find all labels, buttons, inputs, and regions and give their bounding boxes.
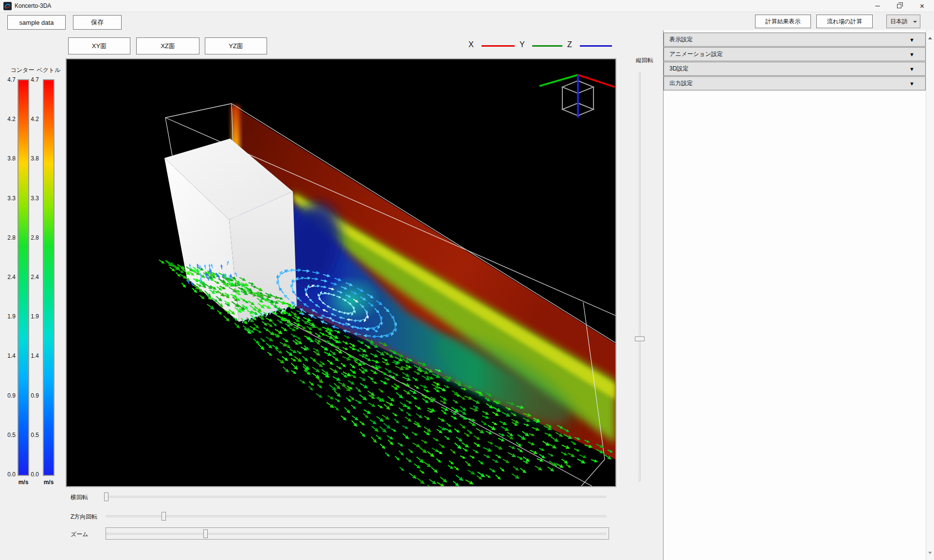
vector-tick: 3.3 <box>23 195 39 202</box>
vector-colorbar <box>43 79 54 476</box>
vector-colorbar-title: ベクトル <box>33 66 64 74</box>
zoom-slider[interactable] <box>106 533 606 535</box>
chevron-down-icon <box>913 21 917 25</box>
zoom-thumb[interactable] <box>203 529 208 538</box>
vertical-rotation-thumb[interactable] <box>635 336 645 341</box>
chevron-down-icon: ▼ <box>909 66 915 72</box>
contour-tick: 3.3 <box>0 195 16 202</box>
accordion-label: 出力設定 <box>669 79 693 88</box>
restore-button[interactable] <box>888 0 910 12</box>
gizmo-x-axis <box>578 75 615 87</box>
vector-tick: 4.7 <box>23 76 39 83</box>
minimize-button[interactable] <box>866 0 888 12</box>
language-value: 日本語 <box>890 18 908 26</box>
vector-tick: 0.0 <box>23 471 39 478</box>
accordion-animation-settings[interactable]: アニメーション設定 ▼ <box>664 47 926 61</box>
z-rotation-slider[interactable] <box>106 515 606 517</box>
scroll-down-icon <box>928 552 932 556</box>
accordion-label: アニメーション設定 <box>669 50 723 58</box>
axis-x-line <box>482 45 515 47</box>
show-results-button[interactable]: 計算結果表示 <box>755 15 811 28</box>
zoom-label: ズーム <box>71 530 106 539</box>
application-window: Koncerto-3DA × sample data 保存 計算結果表示 流れ場… <box>0 0 934 560</box>
vector-tick: 0.9 <box>23 392 39 399</box>
contour-tick: 2.8 <box>0 234 16 241</box>
accordion-label: 表示設定 <box>669 35 693 44</box>
close-button[interactable]: × <box>910 0 934 12</box>
axis-z-line <box>580 45 612 47</box>
contour-tick: 4.7 <box>0 76 16 83</box>
horizontal-rotation-label: 横回転 <box>71 493 106 502</box>
accordion-3d-settings[interactable]: 3D設定 ▼ <box>664 62 926 76</box>
3d-viewport[interactable] <box>66 58 616 487</box>
settings-panel <box>664 30 926 560</box>
contour-tick: 1.4 <box>0 352 16 359</box>
vector-tick: 2.4 <box>23 274 39 280</box>
sample-data-button[interactable]: sample data <box>7 15 66 30</box>
close-icon: × <box>920 2 924 11</box>
contour-tick: 0.5 <box>0 432 16 438</box>
xy-plane-button[interactable]: XY面 <box>68 37 130 54</box>
panel-scrollbar[interactable] <box>926 30 934 560</box>
axis-y-line <box>532 45 562 47</box>
compute-flow-button[interactable]: 流れ場の計算 <box>816 15 873 28</box>
app-logo-icon <box>3 2 12 10</box>
vertical-rotation-slider[interactable] <box>639 72 641 481</box>
orientation-gizmo <box>539 75 615 118</box>
vector-tick: 4.2 <box>23 116 39 122</box>
contour-tick: 4.2 <box>0 116 16 122</box>
vertical-rotation-label: 縦回転 <box>629 56 661 65</box>
gizmo-y-axis <box>539 75 578 86</box>
yz-plane-button[interactable]: YZ面 <box>205 37 267 54</box>
vector-tick: 1.4 <box>23 352 39 359</box>
accordion-output-settings[interactable]: 出力設定 ▼ <box>664 76 926 90</box>
accordion-display-settings[interactable]: 表示設定 ▼ <box>664 33 926 47</box>
contour-tick: 3.8 <box>0 155 16 162</box>
window-title: Koncerto-3DA <box>15 2 51 9</box>
vector-tick: 2.8 <box>23 234 39 241</box>
z-rotation-label: Z方向回転 <box>71 513 106 521</box>
restore-icon <box>897 4 901 8</box>
contour-tick: 2.4 <box>0 274 16 280</box>
horizontal-rotation-slider[interactable] <box>106 496 606 498</box>
accordion-label: 3D設定 <box>669 65 688 73</box>
title-bar: Koncerto-3DA × <box>0 0 934 12</box>
axis-y-label: Y <box>520 40 525 49</box>
minimize-icon <box>875 6 880 6</box>
contour-tick: 0.0 <box>0 471 16 478</box>
vector-tick: 0.5 <box>23 432 39 438</box>
vector-tick: 1.9 <box>23 313 39 320</box>
axis-z-label: Z <box>567 40 572 49</box>
save-button[interactable]: 保存 <box>73 15 122 30</box>
z-rotation-thumb[interactable] <box>162 512 166 521</box>
chevron-down-icon: ▼ <box>909 52 915 57</box>
horizontal-rotation-thumb[interactable] <box>104 492 108 501</box>
vector-tick: 3.8 <box>23 155 39 162</box>
cfd-scene <box>67 59 615 486</box>
chevron-down-icon: ▼ <box>909 81 915 87</box>
panel-divider <box>663 30 664 560</box>
axis-x-label: X <box>468 40 474 49</box>
xz-plane-button[interactable]: XZ面 <box>136 37 199 54</box>
contour-tick: 0.9 <box>0 392 16 399</box>
scroll-up-icon <box>928 35 932 39</box>
contour-tick: 1.9 <box>0 313 16 320</box>
language-select[interactable]: 日本語 <box>886 15 920 28</box>
chevron-down-icon: ▼ <box>909 37 915 43</box>
vector-unit: m/s <box>33 479 64 486</box>
